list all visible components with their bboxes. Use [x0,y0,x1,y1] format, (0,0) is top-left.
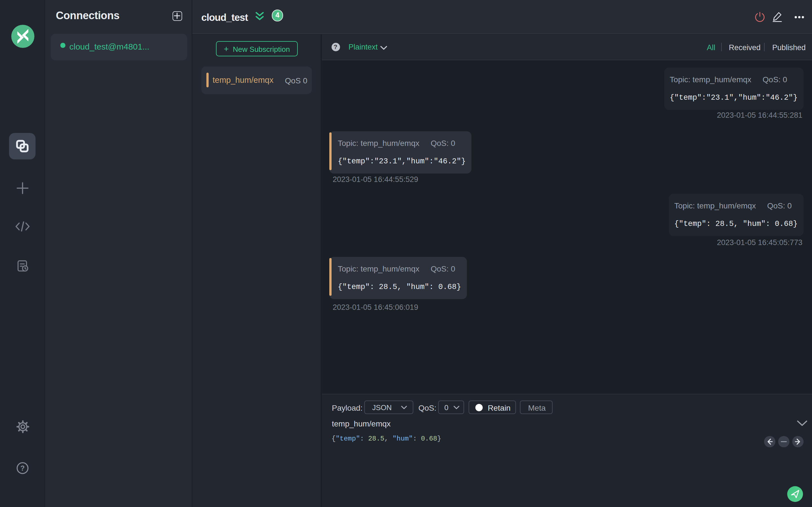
svg-text:?: ? [20,464,24,472]
